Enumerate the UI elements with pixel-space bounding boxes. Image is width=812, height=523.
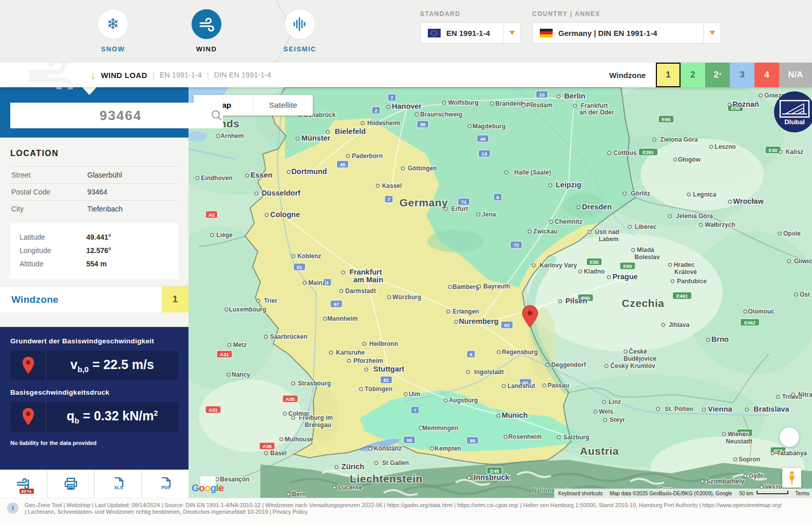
road-shield: 7 — [411, 406, 419, 414]
windzone-legend-3[interactable]: 3 — [730, 63, 754, 87]
search-icon — [211, 109, 223, 122]
svg-text:E65: E65 — [662, 117, 671, 122]
map-type-satellite-button[interactable]: Satellite — [253, 95, 313, 115]
city-marker-dot — [444, 207, 447, 210]
city-marker-dot — [388, 296, 391, 299]
city-marker-dot — [347, 359, 350, 362]
map-label: Olomouc — [748, 308, 775, 315]
pan-control[interactable] — [780, 428, 799, 447]
export-pdf-button[interactable]: PDF — [142, 470, 188, 498]
svg-text:81: 81 — [384, 377, 389, 383]
search-input[interactable] — [10, 103, 211, 128]
city-marker-dot — [455, 320, 458, 323]
standard-dropdown-arrow[interactable] — [503, 23, 520, 43]
search-button[interactable] — [211, 103, 223, 128]
city-marker-dot — [557, 95, 560, 98]
city-marker-dot — [687, 193, 690, 196]
print-button[interactable] — [47, 470, 95, 498]
svg-text:39: 39 — [420, 122, 426, 127]
coordinate-row: Altitude554 m — [20, 257, 169, 270]
city-marker-dot — [339, 289, 343, 293]
city-marker-dot — [588, 230, 591, 234]
windzone-legend-4[interactable]: 4 — [754, 63, 779, 87]
printer-icon — [64, 477, 78, 491]
results-panel: Grundwert der Basiswindgeschwindigkeit v… — [0, 327, 188, 474]
map-label: Vienna — [708, 405, 732, 413]
city-marker-dot — [265, 214, 268, 217]
city-marker-dot — [623, 192, 626, 195]
road-shield: 71 — [458, 198, 470, 205]
keyboard-shortcuts-link[interactable]: Keyboard shortcuts — [558, 491, 602, 496]
coordinate-row: Latitude49.441° — [20, 230, 169, 244]
map-label: Ulm — [409, 391, 421, 398]
windzone-result-label: Windzone — [0, 286, 162, 313]
nav-item-seismic[interactable]: SEISMIC — [269, 9, 331, 53]
map-label: Králové — [674, 268, 697, 276]
city-marker-dot — [771, 452, 774, 455]
snow-icon: ❄ — [98, 9, 128, 39]
svg-text:2: 2 — [374, 108, 377, 113]
windzone-legend-2s[interactable]: 2* — [705, 63, 730, 87]
windzone-result-row: Windzone 1 — [0, 286, 188, 313]
map-label: Wrocław — [733, 197, 764, 205]
city-marker-dot — [415, 113, 418, 116]
pan-left-icon — [782, 435, 787, 440]
svg-text:67: 67 — [334, 301, 339, 307]
country-dropdown[interactable]: Germany | DIN EN 1991-1-4 — [532, 22, 721, 44]
country-dropdown-arrow[interactable] — [703, 23, 721, 43]
windzone-result-value: 1 — [162, 286, 188, 313]
city-marker-dot — [466, 371, 469, 374]
map-label: Memmingen — [422, 424, 458, 432]
terms-link[interactable]: Terms — [796, 491, 809, 496]
city-marker-dot — [280, 438, 283, 441]
wind-beta-button[interactable]: BETA — [0, 470, 47, 498]
map-label: St Gallen — [382, 459, 409, 467]
road-shield: 81 — [381, 376, 392, 383]
city-marker-dot — [265, 452, 268, 455]
city-marker-dot — [246, 174, 249, 177]
info-icon[interactable]: i — [7, 502, 18, 514]
svg-text:93: 93 — [504, 322, 510, 328]
map-label: Deggendorf — [551, 361, 586, 369]
map-label: Wolfsburg — [448, 99, 478, 106]
city-marker-dot — [573, 104, 576, 107]
city-marker-dot — [363, 342, 366, 345]
city-marker-dot — [477, 213, 480, 216]
windzone-legend-na[interactable]: N/A — [779, 63, 812, 87]
wind-icon — [192, 9, 221, 39]
nav-item-snow[interactable]: ❄ SNOW — [82, 9, 144, 53]
city-marker-dot — [374, 461, 377, 464]
pan-down-icon — [787, 439, 792, 444]
pressure-value: qb = 0.32 kN/m2 — [46, 409, 178, 425]
map-label: Głogów — [678, 156, 701, 163]
city-marker-dot — [532, 264, 535, 267]
road-shield: A2 — [206, 211, 218, 218]
road-shield: E461 — [673, 292, 692, 299]
windzone-legend-1[interactable]: 1 — [656, 63, 681, 87]
map-label: Dortmund — [291, 167, 327, 176]
city-marker-dot — [744, 474, 747, 477]
road-shield: 10 — [536, 91, 548, 98]
map-label: Bern — [292, 491, 306, 498]
city-marker-dot — [674, 158, 677, 161]
road-shield: 93 — [501, 321, 513, 328]
map-label: Zürich — [342, 462, 364, 471]
map-label: Bamberg — [452, 283, 479, 290]
map-label: Chemnitz — [555, 218, 582, 225]
nav-item-wind[interactable]: WIND — [176, 9, 237, 53]
city-marker-dot — [707, 338, 710, 341]
pegman-control[interactable] — [782, 468, 801, 488]
city-marker-dot — [699, 223, 702, 226]
map-label: Boleslav — [634, 254, 660, 261]
road-shield: A36 — [259, 442, 275, 450]
map-label: Basel — [270, 450, 287, 457]
standard-dropdown[interactable]: EN 1991-1-4 — [420, 22, 521, 44]
eu-flag-icon — [428, 29, 441, 37]
map-label: Colmar — [288, 410, 310, 417]
city-marker-dot — [287, 493, 290, 496]
export-xls-button[interactable]: XLS — [95, 470, 142, 498]
road-shield: A31 — [205, 406, 221, 413]
windzone-legend-2[interactable]: 2 — [681, 63, 705, 87]
map-canvas[interactable]: 72103944144579717261367938179695929E65E3… — [188, 87, 812, 498]
svg-text:E55: E55 — [590, 259, 599, 265]
